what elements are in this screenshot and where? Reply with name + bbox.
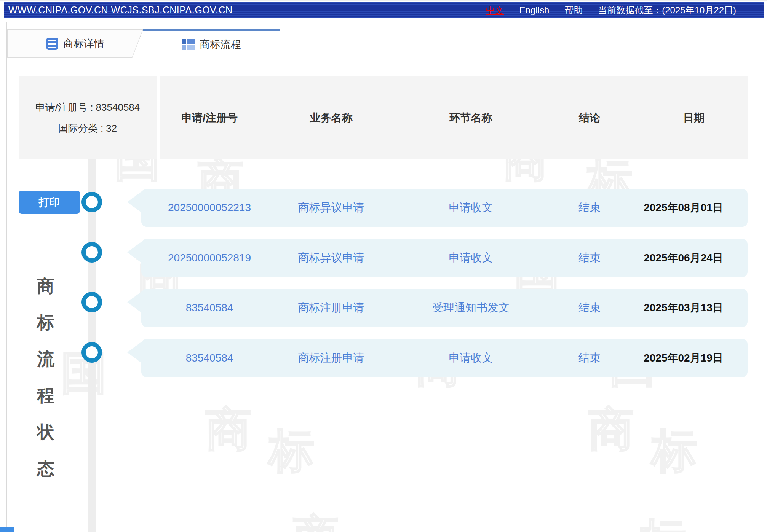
watermark-char: 标: [640, 510, 686, 532]
detail-list-icon: [46, 38, 58, 50]
data-cutoff-text: 当前数据截至：(2025年10月22日): [598, 4, 736, 16]
page-top-edge: [0, 0, 767, 1]
row-cell-conclusion: 结束: [539, 350, 640, 366]
table-header-row: 申请/注册号业务名称环节名称结论日期: [160, 76, 748, 159]
top-banner: WWW.CNIPA.GOV.CN WCJS.SBJ.CNIPA.GOV.CN 中…: [4, 2, 764, 18]
process-grid-icon: [182, 39, 195, 50]
column-header: 日期: [640, 111, 748, 125]
process-row-grid: 20250000052819商标异议申请申请收文结束2025年06月24日: [141, 239, 748, 277]
application-number-text: 申请/注册号 : 83540584: [35, 101, 140, 114]
process-row: 20250000052213商标异议申请申请收文结束2025年08月01日: [141, 189, 748, 227]
trademark-info-panel: 申请/注册号 : 83540584 国际分类 : 32: [19, 76, 157, 159]
process-row: 83540584商标注册申请申请收文结束2025年02月19日: [141, 339, 748, 377]
process-row-grid: 20250000052213商标异议申请申请收文结束2025年08月01日: [141, 189, 748, 227]
timeline-node: [81, 192, 102, 212]
content-left-border: [6, 22, 7, 532]
vertical-label-char: 流: [37, 347, 54, 371]
vertical-label-char: 状: [37, 421, 54, 444]
tab-trademark-process[interactable]: 商标流程: [143, 29, 280, 58]
vertical-label-char: 态: [37, 457, 54, 481]
row-cell-step: 申请收文: [403, 350, 539, 366]
process-row: 20250000052819商标异议申请申请收文结束2025年06月24日: [141, 239, 748, 277]
process-row: 83540584商标注册申请受理通知书发文结束2025年03月13日: [141, 289, 748, 327]
process-row-grid: 83540584商标注册申请申请收文结束2025年02月19日: [141, 339, 748, 377]
row-cell-business: 商标注册申请: [259, 300, 403, 315]
column-header: 业务名称: [259, 111, 403, 125]
tab-trademark-details-label: 商标详情: [63, 37, 104, 51]
watermark-char: 商: [293, 506, 339, 532]
row-cell-conclusion: 结束: [539, 300, 640, 315]
tab-trademark-process-label: 商标流程: [200, 38, 241, 51]
site-url-text: WWW.CNIPA.GOV.CN WCJS.SBJ.CNIPA.GOV.CN: [8, 5, 233, 16]
bottom-left-accent: [0, 527, 14, 532]
watermark-char: 标: [268, 421, 314, 483]
banner-divider: [0, 22, 767, 22]
watermark-char: 商: [206, 399, 251, 461]
international-class-text: 国际分类 : 32: [58, 122, 117, 135]
language-chinese-link[interactable]: 中文: [486, 4, 504, 16]
process-row-grid: 83540584商标注册申请受理通知书发文结束2025年03月13日: [141, 289, 748, 327]
row-cell-app_no: 20250000052819: [160, 252, 259, 264]
row-cell-date: 2025年02月19日: [640, 351, 748, 365]
column-header: 申请/注册号: [160, 111, 259, 125]
row-cell-step: 申请收文: [403, 200, 539, 215]
trademark-process-page: WWW.CNIPA.GOV.CN WCJS.SBJ.CNIPA.GOV.CN 中…: [0, 0, 767, 532]
timeline-node: [81, 242, 102, 263]
watermark-char: 标: [651, 421, 697, 483]
row-cell-business: 商标异议申请: [259, 200, 403, 215]
language-english-link[interactable]: English: [519, 5, 550, 16]
timeline-node: [81, 342, 102, 363]
column-header: 结论: [539, 111, 640, 125]
help-link[interactable]: 帮助: [564, 4, 583, 16]
process-status-vertical-label: 商标流程状态: [36, 274, 55, 481]
tab-trademark-details[interactable]: 商标详情: [7, 29, 143, 58]
watermark-char: 商: [588, 399, 634, 461]
row-cell-step: 受理通知书发文: [403, 300, 539, 315]
row-cell-conclusion: 结束: [539, 250, 640, 266]
banner-links: 中文 English 帮助 当前数据截至：(2025年10月22日): [486, 4, 736, 16]
row-cell-date: 2025年08月01日: [640, 201, 748, 215]
column-header: 环节名称: [403, 111, 539, 125]
row-cell-app_no: 83540584: [160, 302, 259, 314]
timeline-node: [81, 292, 102, 312]
row-cell-date: 2025年03月13日: [640, 301, 748, 315]
vertical-label-char: 标: [37, 311, 54, 334]
row-cell-business: 商标异议申请: [259, 250, 403, 266]
print-button[interactable]: 打印: [19, 191, 80, 214]
vertical-label-char: 程: [37, 384, 54, 408]
row-cell-step: 申请收文: [403, 250, 539, 266]
row-cell-app_no: 20250000052213: [160, 202, 259, 214]
vertical-label-char: 商: [37, 274, 54, 298]
row-cell-business: 商标注册申请: [259, 350, 403, 366]
row-cell-conclusion: 结束: [539, 200, 640, 215]
row-cell-app_no: 83540584: [160, 352, 259, 364]
row-cell-date: 2025年06月24日: [640, 251, 748, 265]
